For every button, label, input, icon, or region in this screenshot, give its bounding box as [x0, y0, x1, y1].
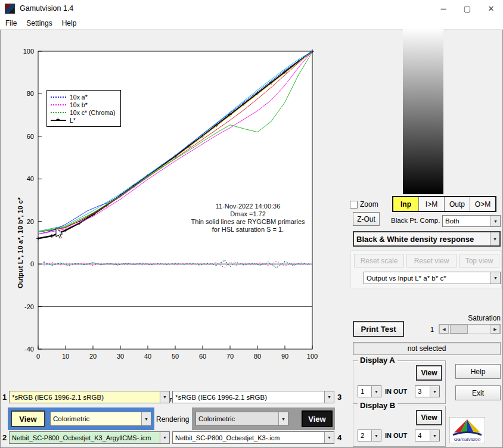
rendering-intent-1-select[interactable]: Colorimetric ▼ — [50, 412, 151, 426]
gamutvision-logo: Gamutvision — [449, 417, 485, 443]
rendering-view-left-button[interactable]: View — [11, 410, 45, 427]
legend-label: 10x b* — [70, 101, 88, 108]
slider-right-arrow-icon[interactable]: ▶ — [490, 325, 500, 334]
chevron-down-icon: ▼ — [160, 391, 169, 403]
chevron-down-icon: ▼ — [490, 216, 500, 226]
print-test-button[interactable]: Print Test — [353, 321, 404, 337]
i-to-m-button[interactable]: I>M — [418, 197, 444, 211]
slot-4-label: 4 — [337, 433, 341, 442]
legend-marker: + — [56, 116, 60, 123]
rendering-view-right-button[interactable]: View — [302, 410, 333, 427]
profile-2-select[interactable]: Netbit_SC-P800_Ocbestjet_K3_ArgyllCMS-.i… — [9, 431, 170, 444]
saturation-value: 1 — [430, 326, 434, 333]
black-pt-comp-select[interactable]: Both ▼ — [442, 215, 501, 227]
top-view-button[interactable]: Top view — [459, 254, 499, 267]
y-tick-label: 20 — [27, 218, 34, 225]
slider-thumb[interactable] — [450, 325, 468, 334]
chevron-down-icon: ▼ — [490, 272, 500, 284]
inp-button[interactable]: Inp — [393, 197, 418, 211]
y-tick-label: 60 — [27, 133, 34, 140]
x-tick-label: 60 — [199, 353, 206, 360]
chart-annotation: Dmax =1.72 — [230, 210, 266, 217]
exit-button[interactable]: Exit — [455, 385, 501, 400]
z-out-button[interactable]: Z-Out — [353, 212, 380, 226]
y-tick-label: 40 — [27, 175, 34, 182]
display-b-in-select[interactable]: 2 ▼ — [358, 430, 381, 441]
menu-file[interactable]: File — [0, 17, 21, 29]
app-icon — [5, 4, 15, 14]
plot-mode-select[interactable]: Output vs Input L* a* b* c* ▼ — [364, 272, 501, 284]
legend-line-sample — [51, 112, 66, 113]
display-b-title: Display B — [358, 401, 398, 410]
profile-3-select[interactable]: *sRGB (IEC6 1996-2.1 sRGB) ▼ — [172, 391, 334, 403]
window-title: Gamutvision 1.4 — [20, 4, 73, 13]
y-tick-label: 0 — [30, 260, 34, 267]
title-bar: Gamutvision 1.4 ─ ▢ ✕ — [0, 0, 503, 17]
maximize-icon[interactable]: ▢ — [455, 0, 479, 17]
outp-button[interactable]: Outp — [444, 197, 470, 211]
chevron-down-icon: ▼ — [141, 412, 151, 425]
chart-annotation: for HSL saturation S = 1. — [212, 226, 284, 233]
response-type-select[interactable]: Black & White density response ▼ — [353, 231, 501, 247]
slot-1-label: 1 — [2, 393, 7, 402]
black-pt-comp-label: Black Pt. Comp. — [391, 217, 440, 224]
chevron-down-icon: ▼ — [160, 432, 169, 443]
x-tick-label: 0 — [36, 353, 40, 360]
legend-label: L* — [70, 117, 76, 124]
chevron-down-icon: ▼ — [430, 430, 439, 441]
chevron-down-icon: ▼ — [324, 391, 334, 403]
y-tick-label: 80 — [27, 90, 34, 97]
profile-4-select[interactable]: Netbit_SC-P800_Ocbestjet_K3-.icm ▼ — [172, 431, 334, 444]
logo-text: Gamutvision — [454, 437, 481, 442]
saturation-slider[interactable]: ◀ ▶ — [439, 324, 501, 334]
profile-1-select[interactable]: *sRGB (IEC6 1996-2.1 sRGB) ▼ — [9, 391, 170, 403]
x-tick-label: 100 — [307, 353, 318, 360]
chart-figure: 0102030405060708090100-40-20020406080100… — [5, 33, 324, 375]
io-button-group: Inp I>M Outp O>M — [392, 196, 496, 212]
slider-left-arrow-icon[interactable]: ◀ — [439, 325, 449, 334]
zoom-checkbox[interactable] — [350, 201, 358, 209]
chart-legend: 10x a*10x b*10x c* (Chroma)+L* — [46, 90, 121, 127]
chevron-down-icon: ▼ — [324, 432, 334, 443]
legend-item: +L* — [51, 116, 115, 124]
y-tick-label: 100 — [23, 48, 34, 55]
x-tick-label: 40 — [144, 353, 151, 360]
slot-3-label: 3 — [337, 393, 341, 402]
display-b-view-button[interactable]: View — [416, 410, 442, 425]
reset-scale-button[interactable]: Reset scale — [354, 254, 404, 267]
chart-annotation: Thin solid lines are RYGCBM primaries — [191, 218, 305, 225]
o-to-m-button[interactable]: O>M — [470, 197, 495, 211]
y-tick-label: -40 — [24, 346, 34, 353]
zoom-label: Zoom — [360, 200, 378, 209]
legend-label: 10x c* (Chroma) — [70, 109, 115, 116]
display-a-out-select[interactable]: 3 ▼ — [415, 385, 440, 397]
legend-line-sample — [51, 97, 66, 98]
y-axis-label: Output L*, 10 a*, 10 b*, 10 c* — [17, 197, 24, 288]
x-tick-label: 90 — [281, 353, 288, 360]
chevron-down-icon: ▼ — [490, 232, 499, 245]
x-tick-label: 50 — [172, 353, 179, 360]
chevron-down-icon: ▼ — [278, 412, 288, 425]
x-tick-label: 70 — [226, 353, 234, 360]
menu-settings[interactable]: Settings — [21, 17, 57, 29]
menu-help[interactable]: Help — [57, 17, 82, 29]
y-tick-label: -20 — [24, 303, 34, 310]
display-a-inout-label: IN OUT — [385, 388, 407, 395]
chart: 0102030405060708090100-40-20020406080100… — [5, 33, 324, 375]
help-button[interactable]: Help — [455, 364, 501, 379]
display-b-out-select[interactable]: 4 ▼ — [415, 430, 440, 441]
legend-item: 10x a* — [51, 93, 115, 101]
slider-track[interactable] — [449, 325, 490, 334]
reset-view-button[interactable]: Reset view — [406, 254, 457, 267]
x-tick-label: 30 — [117, 353, 124, 360]
display-a-view-button[interactable]: View — [416, 365, 442, 381]
close-icon[interactable]: ✕ — [479, 0, 503, 17]
chevron-down-icon: ▼ — [371, 386, 381, 397]
minimize-icon[interactable]: ─ — [431, 0, 455, 17]
saturation-label: Saturation — [454, 314, 501, 322]
legend-item: 10x c* (Chroma) — [51, 108, 115, 116]
display-a-title: Display A — [358, 356, 398, 365]
display-a-in-select[interactable]: 1 ▼ — [358, 385, 381, 397]
rendering-intent-2-select[interactable]: Colorimetric ▼ — [195, 412, 288, 426]
grayscale-gradient — [403, 27, 443, 194]
